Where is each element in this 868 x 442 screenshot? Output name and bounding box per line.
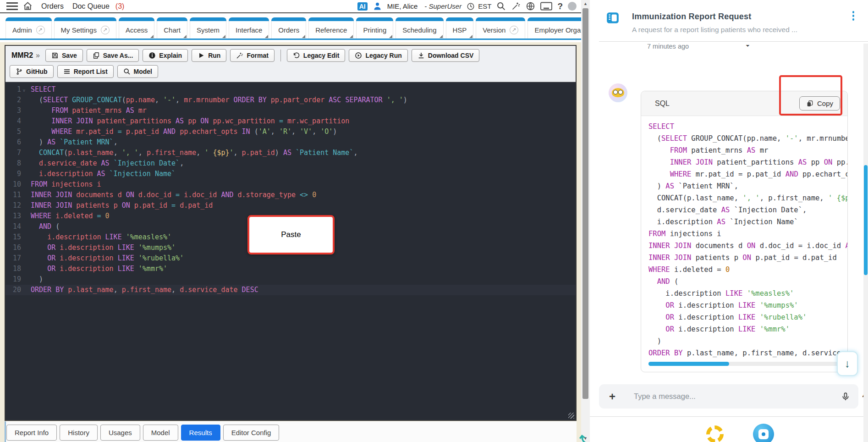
- tab-interface[interactable]: Interface: [229, 17, 269, 39]
- chevron-right-icon[interactable]: »: [36, 51, 40, 60]
- bottom-tab-model[interactable]: Model: [143, 425, 178, 441]
- external-link-icon[interactable]: ↗: [510, 26, 518, 34]
- snippet-line-18: OR i.description LIKE '%mmr%': [648, 323, 847, 335]
- tab-scheduling[interactable]: Scheduling: [396, 17, 443, 39]
- tab-label: Interface: [236, 26, 262, 34]
- save-as-button[interactable]: Save As...: [87, 49, 139, 62]
- tab-my-settings[interactable]: My Settings↗: [54, 17, 116, 39]
- keyboard-icon[interactable]: [540, 1, 552, 11]
- snippet-line-7: CONCAT(p.last_name, ', ', p.first_name, …: [648, 192, 847, 204]
- format-icon: [236, 52, 243, 59]
- tab-hsp[interactable]: HSP: [446, 17, 474, 39]
- line-number: 13: [5, 211, 21, 221]
- bottom-tab-editor-config[interactable]: Editor Config: [223, 425, 280, 441]
- ai-badge[interactable]: AI: [357, 2, 368, 11]
- tab-admin[interactable]: Admin↗: [5, 17, 52, 39]
- model-button[interactable]: Model: [117, 65, 158, 78]
- menu-icon[interactable]: [6, 2, 18, 10]
- page-scrollbar[interactable]: ▲ ▼: [581, 0, 590, 442]
- button-label: Format: [247, 52, 268, 59]
- chevron-down-icon[interactable]: ▼: [745, 44, 751, 47]
- undo-arrow-icon[interactable]: [578, 431, 593, 442]
- tab-chart[interactable]: Chart: [157, 17, 187, 39]
- scrollbar-thumb[interactable]: [582, 8, 588, 399]
- github-button[interactable]: GitHub: [10, 65, 54, 78]
- button-label: Legacy Run: [365, 52, 401, 59]
- message-input-bar: +: [599, 384, 858, 409]
- message-input[interactable]: [634, 392, 836, 401]
- user-name: MIE, Alice: [387, 2, 418, 10]
- tab-orders[interactable]: Orders: [271, 17, 306, 39]
- code-horizontal-scrollbar[interactable]: [648, 362, 840, 366]
- line-number: 7: [5, 148, 21, 158]
- header-divider: [599, 41, 868, 42]
- code-scroll-thumb[interactable]: [648, 362, 729, 366]
- external-link-icon[interactable]: ↗: [36, 26, 45, 34]
- tab-printing[interactable]: Printing: [356, 17, 393, 39]
- globe-icon[interactable]: [526, 1, 535, 11]
- explain-button[interactable]: Explain: [143, 49, 188, 62]
- avatar-circle[interactable]: [568, 2, 577, 11]
- bottom-tab-report-info[interactable]: Report Info: [6, 425, 57, 441]
- search-icon[interactable]: [496, 1, 506, 11]
- tab-reference[interactable]: Reference: [308, 17, 354, 39]
- info-icon: [148, 52, 156, 59]
- code-line-10: 10FROM injections i: [5, 179, 576, 190]
- download-csv-button[interactable]: Download CSV: [412, 49, 480, 62]
- bottom-tab-history[interactable]: History: [60, 425, 98, 441]
- help-icon[interactable]: ?: [557, 1, 563, 11]
- resize-grip-icon[interactable]: [568, 413, 574, 419]
- timezone-label: EST: [478, 2, 491, 10]
- scroll-to-bottom-button[interactable]: ↓: [837, 351, 858, 376]
- tab-system[interactable]: System: [190, 17, 226, 39]
- orders-link[interactable]: Orders: [41, 2, 64, 11]
- editor-toolbar: MMR2 » SaveSave As...ExplainRunFormatLeg…: [5, 46, 576, 82]
- bottom-tab-results[interactable]: Results: [181, 425, 220, 441]
- chat-title: Immunization Report Request: [632, 12, 751, 22]
- bottom-tab-usages[interactable]: Usages: [100, 425, 140, 441]
- copy-button[interactable]: Copy: [799, 96, 840, 110]
- line-number: 3: [5, 105, 21, 116]
- tab-label: Reference: [315, 26, 347, 34]
- line-number: 12: [5, 200, 21, 211]
- line-number: 19: [5, 274, 21, 285]
- tab-label: Admin: [12, 26, 32, 34]
- module-tab-bar: Admin↗My Settings↗AccessChartSystemInter…: [0, 13, 581, 40]
- report-list-button[interactable]: Report List: [57, 65, 114, 78]
- tab-version[interactable]: Version↗: [476, 17, 525, 39]
- code-line-18: 18 OR i.description LIKE '%mmr%': [5, 264, 576, 274]
- settings-gear-icon[interactable]: [706, 425, 724, 442]
- doc-queue-count: (3): [115, 2, 125, 11]
- paste-overlay-button[interactable]: Paste: [247, 215, 335, 254]
- tab-access[interactable]: Access: [119, 17, 154, 39]
- home-icon[interactable]: [23, 1, 33, 11]
- tab-employer-organizations[interactable]: Employer Organizations↗: [527, 17, 581, 39]
- wand-icon[interactable]: [511, 1, 521, 11]
- external-link-icon[interactable]: ↗: [101, 26, 110, 34]
- save-button[interactable]: Save: [45, 49, 83, 62]
- scrollbar-up-arrow[interactable]: ▲: [581, 1, 590, 6]
- download-icon: [418, 52, 425, 59]
- microphone-icon[interactable]: [841, 392, 850, 401]
- button-label: Report List: [74, 68, 108, 75]
- chat-scroll-thumb[interactable]: [864, 165, 868, 275]
- editor-bottom-tabs: Report InfoHistoryUsagesModelResultsEdit…: [6, 425, 279, 441]
- circle-play-icon: [355, 52, 362, 59]
- code-line-6: 6 ) AS `Patient MRN`,: [5, 137, 576, 148]
- format-button[interactable]: Format: [230, 49, 274, 62]
- snippet-line-6: ) AS `Patient MRN`,: [648, 180, 847, 192]
- code-line-17: 17 OR i.description LIKE '%rubella%': [5, 253, 576, 264]
- run-button[interactable]: Run: [192, 49, 226, 62]
- legacy-edit-button[interactable]: Legacy Edit: [287, 49, 346, 62]
- attach-plus-button[interactable]: +: [609, 391, 615, 402]
- line-number: 15: [5, 232, 21, 243]
- legacy-run-button[interactable]: Legacy Run: [349, 49, 407, 62]
- doc-queue-link[interactable]: Doc Queue: [72, 2, 110, 11]
- chat-scrollbar[interactable]: [863, 44, 868, 442]
- fold-chevron-icon[interactable]: v: [21, 84, 27, 95]
- tab-label: Employer Organizations: [534, 26, 581, 34]
- assistant-logo-icon[interactable]: [753, 424, 774, 442]
- snippet-line-14: AND (: [648, 276, 847, 287]
- kebab-menu-icon[interactable]: [851, 11, 856, 22]
- code-card-header: SQL Copy: [641, 91, 847, 116]
